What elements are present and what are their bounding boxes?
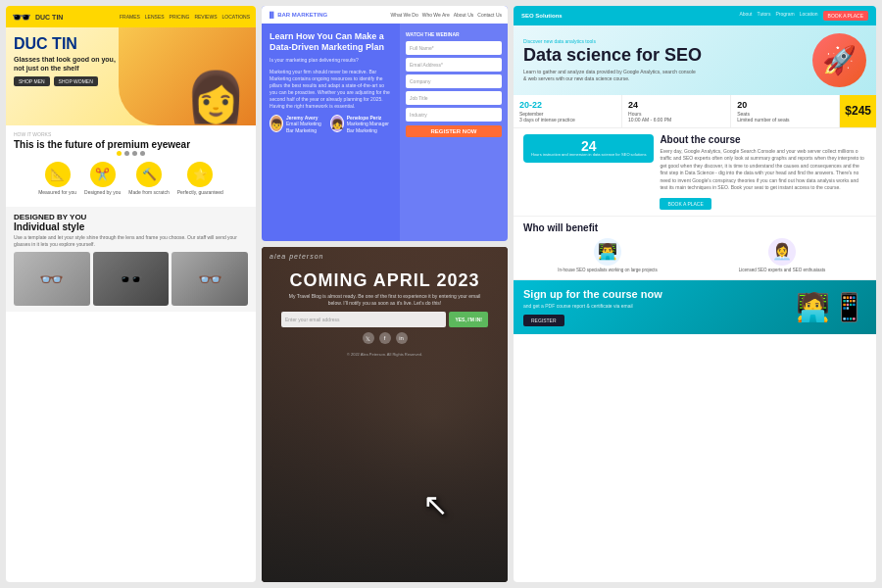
middle-panel: ▐▌ BAR MARKETING What We Do Who We Are A… (262, 6, 508, 582)
yes-im-in-button[interactable]: YES, I'M IN! (449, 312, 488, 327)
icon-designed: ✂️ Designed by you (84, 162, 121, 195)
benefit-icon-2: 👩‍💼 (772, 242, 792, 261)
register-button[interactable]: REGISTER NOW (406, 125, 502, 137)
stat-hours: 24 Hours 10:00 AM - 6:00 PM (622, 95, 731, 127)
illustration-person-2: 📱 (832, 291, 866, 323)
benefit-items: 👨‍💻 In-house SEO specialists working on … (523, 238, 866, 273)
marketing-speakers: 👦 Jeremy Avery Email Marketing Bar Marke… (270, 115, 392, 134)
mkt-nav-3[interactable]: About Us (454, 12, 474, 18)
about-text: Every day, Google Analytics, Google Sear… (660, 148, 866, 192)
seo-nav-program[interactable]: Program (776, 11, 795, 21)
form-company[interactable]: Company (406, 74, 502, 88)
icon-made: 🔨 Made from scratch (128, 162, 169, 195)
about-stat-card: 24 Hours instruction and immersion in da… (523, 134, 654, 163)
feature-icons: 📐 Measured for you ✂️ Designed by you 🔨 … (14, 162, 248, 195)
icon-guaranteed: ⭐ Perfectly, guaranteed (177, 162, 223, 195)
mkt-nav-1[interactable]: What We Do (390, 12, 417, 18)
seo-stats-bar: 20-22 September 3 days of intense practi… (514, 95, 876, 128)
benefit-avatar-1: 👨‍💻 (594, 238, 621, 266)
coming-title: COMING APRIL 2023 (281, 271, 488, 289)
register-button[interactable]: REGISTER (523, 315, 564, 326)
seo-nav-location[interactable]: Location (800, 11, 818, 21)
seo-hero: Discover new data analytics tools Data s… (514, 25, 876, 95)
icon-measured: 📐 Measured for you (38, 162, 76, 195)
illustration-person-1: 🧑‍💻 (796, 291, 830, 323)
signup-illustration: 🧑‍💻 📱 (796, 291, 866, 323)
seo-main-title: Data science for SEO (523, 46, 805, 66)
rocket-icon: 🚀 (812, 33, 866, 87)
marketing-header: ▐▌ BAR MARKETING What We Do Who We Are A… (262, 6, 508, 24)
marketing-nav: What We Do Who We Are About Us Contact U… (390, 12, 502, 18)
nav-pricing[interactable]: PRICING (170, 14, 190, 20)
about-title: About the course (660, 134, 866, 145)
eyewear-nav: FRAMES LENSES PRICING REVIEWS LOCATIONS (120, 14, 250, 20)
book-place-button-header[interactable]: BOOK A PLACE (823, 11, 868, 21)
stat-hours-main: 24 (628, 100, 724, 111)
seo-nav-tutors[interactable]: Tutors (758, 11, 771, 21)
coming-soon-panel: alea peterson COMING APRIL 2023 My Trave… (262, 247, 508, 582)
style-heading: Individual style (14, 221, 248, 232)
twitter-icon[interactable]: 𝕏 (363, 332, 374, 344)
benefit-section: Who will benefit 👨‍💻 In-house SEO specia… (514, 217, 876, 280)
stat-seats-main: 20 (737, 100, 833, 111)
eyewear-hero: DUC TIN Glasses that look good on you, n… (6, 27, 256, 125)
form-industry[interactable]: Industry (406, 108, 502, 122)
marketing-logo: ▐▌ BAR MARKETING (268, 12, 327, 18)
form-fullname[interactable]: Full Name* (406, 41, 502, 55)
seo-discover-text: Discover new data analytics tools (523, 38, 805, 44)
how-it-works-label: HOW IT WORKS (14, 131, 248, 137)
nav-lenses[interactable]: LENSES (145, 14, 165, 20)
eyewear-logo-text: DUC TIN (35, 14, 63, 21)
benefit-label-2: Licensed SEO experts and SEO enthusiasts (698, 268, 866, 273)
mkt-nav-2[interactable]: Who We Are (422, 12, 450, 18)
photo-3: 👓 (172, 252, 248, 306)
linkedin-icon[interactable]: in (396, 332, 408, 344)
marketing-form: WATCH THE WEBINAR Full Name* Email Addre… (400, 24, 508, 241)
coming-copyright: © 2022 Alea Peterson. All Rights Reserve… (262, 350, 508, 359)
form-jobtitle[interactable]: Job Title (406, 91, 502, 105)
form-email[interactable]: Email Address* (406, 58, 502, 72)
coming-email-row: Enter your email address YES, I'M IN! (281, 312, 488, 327)
coming-subtitle: My Travel Blog is almost ready. Be one o… (281, 293, 488, 307)
nav-frames[interactable]: FRAMES (120, 14, 140, 20)
speaker2-avatar: 👧 (330, 115, 344, 132)
eyewear-header: 🕶️ DUC TIN FRAMES LENSES PRICING REVIEWS… (6, 6, 256, 27)
shop-women-button[interactable]: SHOP WOMEN (54, 76, 98, 86)
dot-2 (124, 151, 129, 156)
mkt-nav-4[interactable]: Contact Us (477, 12, 502, 18)
hero-tagline: Glasses that look good on you, not just … (14, 55, 122, 73)
seo-nav-about[interactable]: About (739, 11, 752, 21)
seo-hero-text: Discover new data analytics tools Data s… (523, 38, 805, 82)
coming-content: COMING APRIL 2023 My Travel Blog is almo… (262, 266, 508, 350)
left-panel: 🕶️ DUC TIN FRAMES LENSES PRICING REVIEWS… (6, 6, 256, 582)
designed-by-label: DESIGNED BY YOU (14, 213, 248, 221)
dot-3 (132, 151, 137, 156)
about-stat-label: Hours instruction and immersion in data … (531, 153, 646, 158)
nav-locations[interactable]: LOCATIONS (221, 14, 250, 20)
coming-email-input[interactable]: Enter your email address (281, 312, 446, 327)
webinar-label: WATCH THE WEBINAR (406, 31, 502, 37)
designed-icon: ✂️ (90, 162, 116, 187)
book-place-button[interactable]: BOOK A PLACE (660, 198, 710, 210)
about-stat-number: 24 (531, 139, 646, 153)
style-photos: 👓 🕶️ 👓 (14, 252, 248, 306)
marketing-body-text: Marketing your firm should never be reac… (270, 69, 392, 110)
individual-style-section: DESIGNED BY YOU Individual style Use a t… (6, 207, 256, 312)
nav-reviews[interactable]: REVIEWS (194, 14, 217, 20)
shop-men-button[interactable]: SHOP MEN (14, 76, 50, 86)
marketing-content: Learn How You Can Make a Data-Driven Mar… (262, 24, 400, 241)
stat-date: 20-22 September 3 days of intense practi… (514, 95, 622, 127)
measured-icon: 📐 (45, 162, 71, 187)
marketing-subheading: Is your marketing plan delivering result… (270, 57, 392, 64)
stat-hours-detail: 10:00 AM - 6:00 PM (628, 117, 724, 122)
dot-4 (140, 151, 145, 156)
benefit-title: Who will benefit (523, 222, 866, 233)
stat-price: $245 (840, 95, 876, 127)
benefit-avatar-2: 👩‍💼 (768, 238, 796, 266)
coming-author: alea peterson (262, 247, 508, 266)
style-description: Use a template and let your style shine … (14, 234, 248, 247)
how-it-works-section: HOW IT WORKS This is the future of premi… (6, 125, 256, 207)
signup-banner: Sign up for the course now and get a PDF… (514, 280, 876, 334)
facebook-icon[interactable]: f (379, 332, 391, 344)
right-panel: SEO Solutions About Tutors Program Locat… (514, 6, 876, 582)
